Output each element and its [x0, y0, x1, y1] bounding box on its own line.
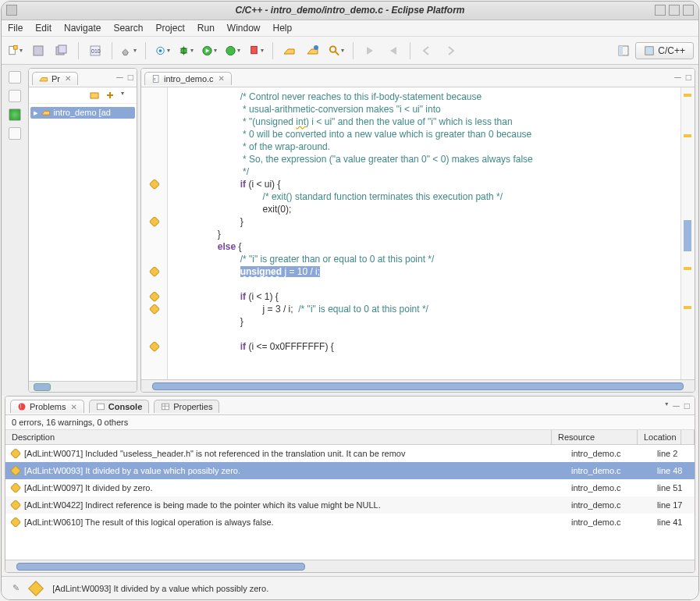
view-menu-icon[interactable]: ▾	[665, 400, 668, 411]
svg-text:c: c	[154, 76, 156, 81]
table-row[interactable]: [AdLint:W0093] It divided by a value whi…	[5, 462, 695, 479]
table-row[interactable]: [AdLint:W0097] It divided by zero. intro…	[5, 479, 695, 496]
minimize-view-icon[interactable]: ─	[673, 400, 680, 411]
tab-editor-file[interactable]: c intro_demo.c ✕	[144, 72, 232, 85]
save-button[interactable]	[30, 42, 47, 59]
restore-view-icon[interactable]	[9, 71, 21, 84]
make-view-icon[interactable]	[9, 108, 21, 121]
new-button[interactable]: ▾	[6, 42, 23, 59]
warning-icon	[10, 500, 21, 510]
main-toolbar: ▾ 010 ▾ ▾ ▾ ▾ ▾ ▾ ▾ C/C++	[2, 37, 698, 65]
expand-icon[interactable]: ▸	[34, 108, 38, 118]
tab-problems[interactable]: ! Problems ✕	[10, 400, 84, 413]
column-location[interactable]: Location	[638, 430, 681, 444]
left-trim-bar	[5, 68, 25, 393]
menu-help[interactable]: Help	[273, 23, 293, 34]
horizontal-scrollbar[interactable]	[141, 379, 695, 392]
problems-rows[interactable]: [AdLint:W0071] Included "useless_header.…	[5, 445, 695, 560]
close-icon[interactable]: ✕	[219, 74, 225, 83]
project-name: intro_demo [ad	[54, 108, 111, 117]
warning-icon[interactable]	[148, 341, 159, 352]
tab-project-explorer[interactable]: Pr ✕	[32, 72, 78, 85]
back-button[interactable]	[418, 42, 435, 59]
svg-rect-12	[251, 46, 257, 53]
profile-button[interactable]: ▾	[224, 42, 241, 59]
menu-project[interactable]: Project	[155, 23, 184, 34]
open-type-button[interactable]	[281, 42, 298, 59]
open-perspective-button[interactable]	[615, 42, 632, 59]
run-button[interactable]: ▾	[201, 42, 218, 59]
svg-point-8	[159, 49, 162, 52]
close-icon[interactable]: ✕	[70, 403, 76, 411]
horizontal-scrollbar[interactable]	[29, 381, 137, 392]
open-task-button[interactable]	[304, 42, 322, 59]
link-editor-icon[interactable]	[105, 90, 115, 101]
overview-ruler[interactable]	[680, 87, 695, 379]
editor-tab-label: intro_demo.c	[164, 74, 214, 84]
svg-rect-24	[162, 404, 169, 411]
warning-icon[interactable]	[148, 216, 159, 227]
close-button[interactable]	[683, 5, 694, 16]
svg-rect-23	[97, 404, 104, 411]
minimize-view-icon[interactable]: ─	[674, 72, 681, 83]
next-annotation-button[interactable]	[361, 42, 378, 59]
save-all-button[interactable]	[53, 42, 70, 59]
project-tree[interactable]: ▸ intro_demo [ad	[29, 104, 137, 381]
minimize-view-icon[interactable]: ─	[116, 72, 123, 83]
code-area[interactable]: /* Control never reaches to this if-body…	[168, 87, 680, 379]
maximize-button[interactable]	[669, 5, 680, 16]
build-button[interactable]: ▾	[120, 42, 137, 59]
svg-point-11	[226, 46, 235, 55]
view-menu-icon[interactable]: ▾	[121, 90, 132, 101]
collapse-all-icon[interactable]	[89, 90, 100, 101]
problems-summary: 0 errors, 16 warnings, 0 others	[5, 415, 695, 430]
binary-button[interactable]: 010	[87, 42, 104, 59]
minimize-button[interactable]	[655, 5, 666, 16]
maximize-view-icon[interactable]: □	[684, 400, 690, 411]
perspective-label: C/C++	[658, 45, 685, 56]
horizontal-scrollbar[interactable]	[5, 560, 695, 572]
warning-icon	[10, 466, 21, 475]
svg-text:!: !	[20, 404, 22, 410]
svg-rect-4	[59, 45, 66, 53]
menu-edit[interactable]: Edit	[35, 23, 52, 34]
tab-console[interactable]: Console	[89, 400, 149, 413]
target-button[interactable]: ▾	[154, 42, 171, 59]
maximize-view-icon[interactable]: □	[686, 72, 691, 83]
warning-icon[interactable]	[148, 179, 159, 190]
tree-project-item[interactable]: ▸ intro_demo [ad	[30, 107, 135, 119]
ext-tools-button[interactable]: ▾	[247, 42, 265, 59]
maximize-view-icon[interactable]: □	[128, 72, 133, 83]
perspective-switcher[interactable]: C/C++	[635, 42, 694, 59]
forward-button[interactable]	[442, 42, 459, 59]
status-message: [AdLint:W0093] It divided by a value whi…	[52, 584, 268, 593]
warning-icon[interactable]	[148, 304, 159, 315]
menu-run[interactable]: Run	[197, 23, 215, 34]
warning-icon[interactable]	[148, 266, 159, 277]
debug-button[interactable]: ▾	[177, 42, 194, 59]
prev-annotation-button[interactable]	[385, 42, 402, 59]
column-description[interactable]: Description	[5, 430, 552, 444]
menu-search[interactable]: Search	[113, 23, 143, 34]
table-row[interactable]: [AdLint:W0610] The result of this logica…	[5, 514, 695, 531]
tab-properties[interactable]: Properties	[154, 400, 219, 413]
menu-navigate[interactable]: Navigate	[64, 23, 101, 34]
app-icon	[6, 5, 17, 16]
task-view-icon[interactable]	[9, 127, 21, 140]
search-button[interactable]: ▾	[328, 42, 345, 59]
warning-icon[interactable]	[148, 291, 159, 302]
column-resource[interactable]: Resource	[552, 430, 638, 444]
svg-text:010: 010	[91, 48, 101, 54]
table-row[interactable]: [AdLint:W0071] Included "useless_header.…	[5, 445, 695, 462]
table-row[interactable]: [AdLint:W0422] Indirect reference is bei…	[5, 496, 695, 514]
outline-view-icon[interactable]	[9, 90, 21, 102]
close-icon[interactable]: ✕	[65, 74, 71, 83]
menu-window[interactable]: Window	[227, 23, 261, 34]
problems-table-header: Description Resource Location	[5, 430, 695, 445]
editor-body[interactable]: /* Control never reaches to this if-body…	[141, 87, 695, 379]
menu-file[interactable]: File	[8, 23, 23, 34]
editor-panel: c intro_demo.c ✕ ─ □	[140, 68, 695, 393]
status-writable-icon: ✎	[12, 583, 20, 593]
editor-gutter[interactable]	[141, 87, 168, 379]
console-label: Console	[108, 402, 142, 411]
